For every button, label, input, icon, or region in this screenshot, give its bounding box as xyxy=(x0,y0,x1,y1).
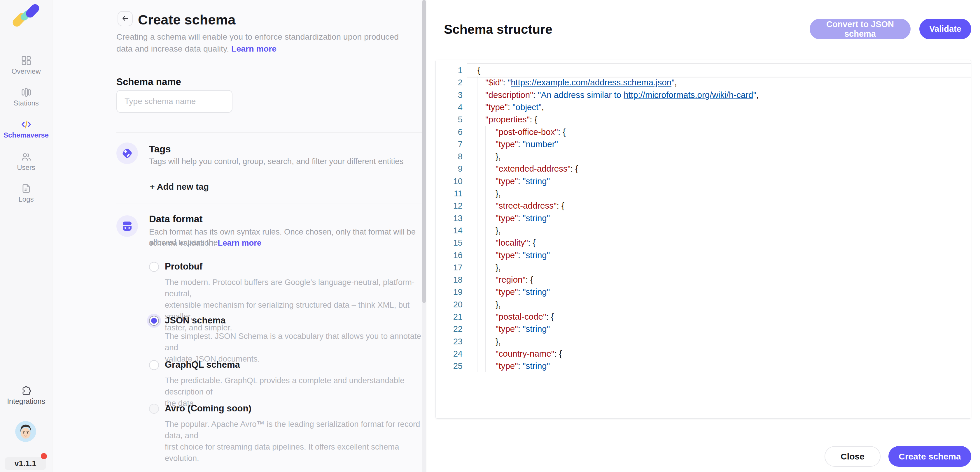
line-number: 7 xyxy=(436,138,463,150)
avatar[interactable] xyxy=(15,421,36,442)
line-number: 5 xyxy=(436,113,463,125)
version-badge: v1.1.1 xyxy=(5,457,46,470)
page-subtitle-line1: Creating a schema will enable you to enf… xyxy=(116,30,399,43)
line-number: 20 xyxy=(436,298,463,310)
page-subtitle-line2: data and increase data quality. Learn mo… xyxy=(116,43,277,55)
code-line: "type": "string" xyxy=(496,175,550,187)
line-number: 2 xyxy=(436,76,463,89)
create-schema-button[interactable]: Create schema xyxy=(888,446,971,467)
code-line: "street-address": { xyxy=(496,200,565,212)
code-line: "type": "string" xyxy=(496,323,550,335)
code-line: }, xyxy=(496,150,501,163)
users-icon xyxy=(21,151,32,162)
format-option-label[interactable]: GraphQL schema xyxy=(165,359,422,371)
line-number: 23 xyxy=(436,335,463,348)
line-number: 15 xyxy=(436,237,463,249)
code-line: "type": "string" xyxy=(496,212,550,224)
line-number: 4 xyxy=(436,101,463,113)
code-line: }, xyxy=(496,298,501,310)
sidebar: OverviewStationsSchemaverseUsersLogs Int… xyxy=(0,0,52,472)
sidebar-item-integrations[interactable]: Integrations xyxy=(0,385,52,405)
page-title: Create schema xyxy=(138,12,235,28)
tags-section-description: Tags will help you control, group, searc… xyxy=(149,156,403,167)
code-line: "properties": { xyxy=(485,113,537,125)
line-number: 14 xyxy=(436,224,463,237)
line-number: 18 xyxy=(436,274,463,286)
line-number: 16 xyxy=(436,249,463,261)
code-line: "region": { xyxy=(496,274,533,286)
notification-dot xyxy=(41,453,47,459)
sidebar-item-label: Schemaverse xyxy=(3,131,49,139)
schemaverse-icon xyxy=(21,119,32,130)
code-line: "type": "string" xyxy=(496,249,550,261)
sidebar-item-logs[interactable]: Logs xyxy=(0,183,52,203)
line-number: 1 xyxy=(436,64,463,76)
schema-code-editor[interactable]: 1{2"$id": "https://example.com/address.s… xyxy=(436,60,971,419)
divider xyxy=(116,203,468,203)
code-line: }, xyxy=(496,187,501,200)
learn-more-link[interactable]: Learn more xyxy=(218,238,261,247)
indent-guide xyxy=(477,76,477,372)
memphis-logo[interactable] xyxy=(11,3,40,30)
radio-unselected[interactable] xyxy=(149,360,159,370)
sidebar-item-label: Integrations xyxy=(7,397,45,405)
line-number: 10 xyxy=(436,175,463,187)
line-number: 6 xyxy=(436,126,463,138)
line-number: 17 xyxy=(436,261,463,274)
convert-to-json-schema-button[interactable]: Convert to JSON schema xyxy=(810,19,911,40)
code-line: "post-office-box": { xyxy=(496,126,566,138)
format-option-label[interactable]: Protobuf xyxy=(165,261,422,272)
line-number: 22 xyxy=(436,323,463,335)
radio-selected[interactable] xyxy=(149,316,159,326)
code-line: "type": "object", xyxy=(485,101,544,113)
radio-unselected[interactable] xyxy=(149,262,159,272)
data-format-icon xyxy=(116,215,138,237)
line-number: 19 xyxy=(436,286,463,298)
logs-icon xyxy=(21,183,32,194)
line-number: 12 xyxy=(436,200,463,212)
sidebar-item-overview[interactable]: Overview xyxy=(0,55,52,76)
sidebar-item-label: Users xyxy=(17,163,35,172)
overview-icon xyxy=(21,55,32,66)
close-button[interactable]: Close xyxy=(824,446,881,467)
line-number: 21 xyxy=(436,310,463,323)
code-line: }, xyxy=(496,261,501,274)
add-new-tag-button[interactable]: + Add new tag xyxy=(150,182,209,192)
sidebar-item-label: Overview xyxy=(11,67,41,76)
learn-more-link[interactable]: Learn more xyxy=(231,44,277,53)
code-line: "type": "string" xyxy=(496,360,550,372)
tag-icon xyxy=(116,143,138,164)
code-line: }, xyxy=(496,335,501,348)
puzzle-icon xyxy=(21,385,32,396)
schema-structure-title: Schema structure xyxy=(444,22,552,37)
sidebar-item-users[interactable]: Users xyxy=(0,151,52,172)
code-line: }, xyxy=(496,224,501,237)
code-line: "description": "An address similar to ht… xyxy=(485,89,759,101)
line-number: 3 xyxy=(436,89,463,101)
validate-button[interactable]: Validate xyxy=(920,19,971,40)
current-line-highlight xyxy=(467,63,970,78)
format-option-description: The popular. Apache Avro™ is the leading… xyxy=(165,418,422,464)
sidebar-item-stations[interactable]: Stations xyxy=(0,87,52,107)
schema-name-label: Schema name xyxy=(116,76,181,88)
code-line: "extended-address": { xyxy=(496,163,578,175)
tags-section-title: Tags xyxy=(149,143,171,155)
line-number: 13 xyxy=(436,212,463,224)
format-option-label[interactable]: JSON schema xyxy=(165,315,422,326)
back-button[interactable] xyxy=(118,11,133,26)
schema-name-input[interactable] xyxy=(116,90,232,113)
data-format-section-title: Data format xyxy=(149,213,202,225)
format-option-label[interactable]: Avro (Coming soon) xyxy=(165,403,422,414)
format-option-avro-coming-soon: Avro (Coming soon)The popular. Apache Av… xyxy=(149,403,422,464)
code-line: "type": "string" xyxy=(496,286,550,298)
line-number: 11 xyxy=(436,187,463,200)
format-option-graphql-schema: GraphQL schemaThe predictable. GraphQL p… xyxy=(149,359,422,409)
sidebar-item-schemaverse[interactable]: Schemaverse xyxy=(0,119,52,139)
create-schema-panel: Create schema Creating a schema will ena… xyxy=(53,0,422,472)
create-schema-page: OverviewStationsSchemaverseUsersLogs Int… xyxy=(0,0,980,472)
radio-unselected[interactable] xyxy=(149,404,159,414)
code-line: "type": "number" xyxy=(496,138,558,150)
code-line: "locality": { xyxy=(496,237,536,249)
code-line: "$id": "https://example.com/address.sche… xyxy=(485,76,677,89)
panel-scrollbar-thumb[interactable] xyxy=(422,0,426,303)
